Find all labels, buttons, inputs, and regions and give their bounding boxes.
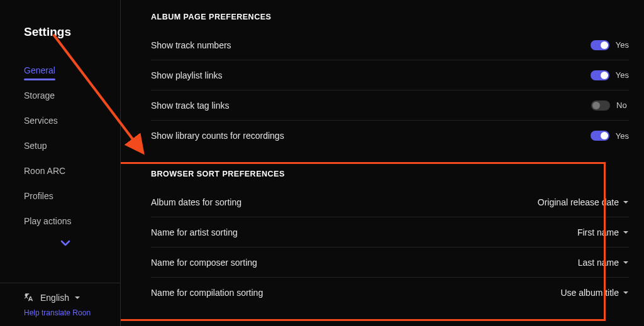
- dropdown-composer-sorting[interactable]: Last name: [578, 258, 629, 268]
- toggle-value: Yes: [616, 131, 629, 141]
- setting-label: Show playlist links: [151, 70, 223, 80]
- dropdown-compilation-sorting[interactable]: Use album title: [560, 288, 629, 298]
- setting-label: Name for compilation sorting: [151, 288, 263, 298]
- sidebar-item-setup[interactable]: Setup: [24, 133, 120, 158]
- dropdown-value-text: Use album title: [560, 288, 619, 298]
- setting-label: Show track numbers: [151, 40, 231, 50]
- section-heading-sort: BROWSER SORT PREFERENCES: [151, 170, 629, 187]
- translate-icon: [24, 292, 35, 303]
- sidebar-nav: General Storage Services Setup Roon ARC …: [0, 58, 120, 283]
- setting-show-playlist-links: Show playlist links Yes: [151, 60, 629, 90]
- album-preferences-section: ALBUM PAGE PREFERENCES Show track number…: [151, 13, 629, 151]
- chevron-down-icon: [74, 295, 80, 301]
- setting-label: Name for composer sorting: [151, 258, 257, 268]
- language-selector[interactable]: English: [24, 292, 120, 303]
- dropdown-value-text: Original release date: [538, 197, 619, 207]
- toggle-show-playlist-links[interactable]: [591, 70, 609, 80]
- dropdown-value-text: First name: [577, 227, 619, 237]
- sidebar-footer: English Help translate Roon: [0, 283, 120, 326]
- page-title: Settings: [0, 25, 120, 58]
- sort-preferences-section: BROWSER SORT PREFERENCES Album dates for…: [151, 170, 629, 308]
- toggle-value: Yes: [616, 70, 629, 80]
- language-label: English: [40, 293, 69, 303]
- setting-label: Show track tag links: [151, 101, 230, 111]
- dropdown-artist-sorting[interactable]: First name: [577, 227, 629, 237]
- sidebar-item-services[interactable]: Services: [24, 108, 120, 133]
- setting-label: Album dates for sorting: [151, 197, 242, 207]
- sidebar-item-play-actions[interactable]: Play actions: [24, 209, 120, 234]
- setting-compilation-sorting: Name for compilation sorting Use album t…: [151, 278, 629, 308]
- settings-main: ALBUM PAGE PREFERENCES Show track number…: [121, 0, 644, 326]
- sidebar-more-button[interactable]: [24, 234, 120, 256]
- setting-artist-sorting: Name for artist sorting First name: [151, 217, 629, 247]
- setting-show-track-tag-links: Show track tag links No: [151, 90, 629, 121]
- chevron-down-icon: [623, 199, 629, 205]
- sidebar-item-storage[interactable]: Storage: [24, 83, 120, 108]
- help-translate-link[interactable]: Help translate Roon: [24, 308, 120, 317]
- toggle-show-library-counts[interactable]: [591, 131, 609, 141]
- toggle-show-track-numbers[interactable]: [591, 40, 609, 50]
- sidebar-item-profiles[interactable]: Profiles: [24, 183, 120, 209]
- setting-album-dates-sorting: Album dates for sorting Original release…: [151, 187, 629, 217]
- chevron-down-icon: [623, 229, 629, 236]
- section-heading-album: ALBUM PAGE PREFERENCES: [151, 13, 629, 30]
- chevron-down-icon: [623, 259, 629, 266]
- chevron-down-icon: [60, 239, 70, 247]
- setting-show-library-counts: Show library counts for recordings Yes: [151, 121, 629, 151]
- sidebar-item-general[interactable]: General: [24, 58, 120, 83]
- setting-label: Show library counts for recordings: [151, 131, 284, 141]
- setting-label: Name for artist sorting: [151, 227, 238, 237]
- setting-composer-sorting: Name for composer sorting Last name: [151, 247, 629, 278]
- sidebar-item-roon-arc[interactable]: Roon ARC: [24, 158, 120, 183]
- settings-sidebar: Settings General Storage Services Setup …: [0, 0, 121, 326]
- toggle-value: Yes: [616, 40, 629, 50]
- dropdown-value-text: Last name: [578, 258, 619, 268]
- dropdown-album-dates[interactable]: Original release date: [538, 197, 629, 207]
- chevron-down-icon: [623, 290, 629, 296]
- toggle-value: No: [616, 101, 629, 110]
- setting-show-track-numbers: Show track numbers Yes: [151, 30, 629, 60]
- toggle-show-track-tag-links[interactable]: [591, 101, 610, 111]
